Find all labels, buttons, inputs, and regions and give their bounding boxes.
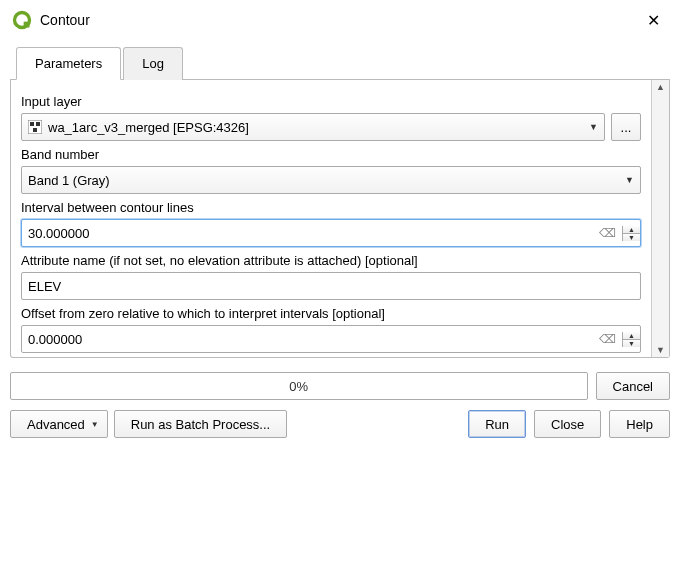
offset-spinner: ▲ ▼	[622, 332, 640, 347]
interval-spinner: ▲ ▼	[622, 226, 640, 241]
bottom-left: Advanced ▼ Run as Batch Process...	[10, 410, 460, 438]
spin-down-icon[interactable]: ▼	[623, 340, 640, 347]
attribute-name-label: Attribute name (if not set, no elevation…	[21, 253, 641, 268]
band-number-combo[interactable]: Band 1 (Gray) ▼	[21, 166, 641, 194]
batch-button[interactable]: Run as Batch Process...	[114, 410, 287, 438]
qgis-icon	[12, 10, 32, 30]
cancel-button[interactable]: Cancel	[596, 372, 670, 400]
close-icon[interactable]: ✕	[638, 11, 668, 30]
clear-icon[interactable]: ⌫	[593, 226, 622, 240]
progress-bar: 0%	[10, 372, 588, 400]
attribute-name-value: ELEV	[28, 279, 634, 294]
input-layer-label: Input layer	[21, 94, 641, 109]
input-layer-combo[interactable]: wa_1arc_v3_merged [EPSG:4326] ▼	[21, 113, 605, 141]
band-number-label: Band number	[21, 147, 641, 162]
window-title: Contour	[40, 12, 638, 28]
tab-bar: Parameters Log	[10, 46, 670, 80]
scroll-up-icon[interactable]: ▲	[656, 80, 665, 94]
interval-value: 30.000000	[28, 226, 593, 241]
offset-spin[interactable]: 0.000000 ⌫ ▲ ▼	[21, 325, 641, 353]
svg-rect-1	[24, 22, 30, 28]
svg-rect-3	[30, 122, 34, 126]
ellipsis-icon: ...	[621, 120, 632, 135]
chevron-down-icon: ▼	[91, 420, 99, 429]
parameters-panel: Input layer wa_1arc_v3_merged [EPSG:4326…	[11, 80, 651, 357]
svg-rect-4	[36, 122, 40, 126]
advanced-label: Advanced	[27, 417, 85, 432]
tab-parameters[interactable]: Parameters	[16, 47, 121, 80]
clear-icon[interactable]: ⌫	[593, 332, 622, 346]
run-button[interactable]: Run	[468, 410, 526, 438]
svg-rect-5	[33, 128, 37, 132]
bottom-row: Advanced ▼ Run as Batch Process... Run C…	[10, 410, 670, 438]
attribute-name-input[interactable]: ELEV	[21, 272, 641, 300]
cancel-label: Cancel	[613, 379, 653, 394]
panel-scrollbar[interactable]: ▲ ▼	[651, 80, 669, 357]
interval-label: Interval between contour lines	[21, 200, 641, 215]
input-layer-browse-button[interactable]: ...	[611, 113, 641, 141]
band-number-value: Band 1 (Gray)	[28, 173, 110, 188]
advanced-button[interactable]: Advanced ▼	[10, 410, 108, 438]
titlebar: Contour ✕	[0, 0, 680, 40]
spin-up-icon[interactable]: ▲	[623, 332, 640, 340]
input-layer-value-wrap: wa_1arc_v3_merged [EPSG:4326]	[28, 120, 583, 135]
close-label: Close	[551, 417, 584, 432]
scroll-down-icon[interactable]: ▼	[656, 343, 665, 357]
offset-value: 0.000000	[28, 332, 593, 347]
progress-text: 0%	[289, 379, 308, 394]
chevron-down-icon[interactable]: ▼	[583, 122, 598, 132]
run-label: Run	[485, 417, 509, 432]
spin-down-icon[interactable]: ▼	[623, 234, 640, 241]
spin-up-icon[interactable]: ▲	[623, 226, 640, 234]
offset-label: Offset from zero relative to which to in…	[21, 306, 641, 321]
input-layer-value: wa_1arc_v3_merged [EPSG:4326]	[48, 120, 249, 135]
band-number-value-wrap: Band 1 (Gray)	[28, 173, 619, 188]
tab-log[interactable]: Log	[123, 47, 183, 80]
help-button[interactable]: Help	[609, 410, 670, 438]
progress-row: 0% Cancel	[10, 372, 670, 400]
batch-label: Run as Batch Process...	[131, 417, 270, 432]
chevron-down-icon[interactable]: ▼	[619, 175, 634, 185]
raster-icon	[28, 120, 42, 134]
close-button[interactable]: Close	[534, 410, 601, 438]
help-label: Help	[626, 417, 653, 432]
interval-spin[interactable]: 30.000000 ⌫ ▲ ▼	[21, 219, 641, 247]
parameters-panel-wrap: Input layer wa_1arc_v3_merged [EPSG:4326…	[10, 80, 670, 358]
bottom-right: Run Close Help	[468, 410, 670, 438]
dialog-body: Parameters Log Input layer wa_1arc_v3_me…	[0, 46, 680, 438]
